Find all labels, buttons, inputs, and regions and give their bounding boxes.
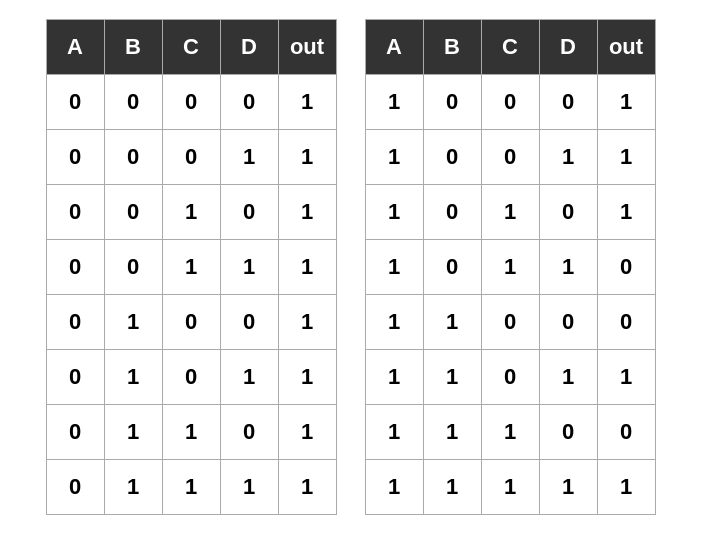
table-cell: 0 (162, 129, 220, 184)
table-cell: 1 (365, 184, 423, 239)
table-cell: 1 (220, 459, 278, 514)
table-cell: 1 (365, 239, 423, 294)
table-cell: 1 (423, 294, 481, 349)
table-cell: 0 (162, 74, 220, 129)
table-cell: 1 (278, 404, 336, 459)
table-cell: 0 (104, 74, 162, 129)
col-header-C1: C (162, 19, 220, 74)
table-cell: 0 (220, 404, 278, 459)
table-cell: 1 (365, 74, 423, 129)
table-cell: 1 (104, 294, 162, 349)
table-cell: 1 (597, 74, 655, 129)
table-cell: 0 (162, 349, 220, 404)
col-header-out2: out (597, 19, 655, 74)
table-cell: 1 (365, 349, 423, 404)
table-row: 11011 (365, 349, 655, 404)
truth-table-2: A B C D out 1000110011101011011011000110… (365, 19, 656, 515)
col-header-B1: B (104, 19, 162, 74)
table-cell: 1 (365, 459, 423, 514)
table-row: 00111 (46, 239, 336, 294)
spacer (337, 19, 365, 515)
table-cell: 1 (220, 239, 278, 294)
table-row: 11000 (365, 294, 655, 349)
table-cell: 1 (104, 459, 162, 514)
col-header-B2: B (423, 19, 481, 74)
col-header-A2: A (365, 19, 423, 74)
table-cell: 1 (597, 129, 655, 184)
table-cell: 0 (46, 349, 104, 404)
table-cell: 1 (481, 404, 539, 459)
table-row: 01111 (46, 459, 336, 514)
table-row: 10110 (365, 239, 655, 294)
table-cell: 1 (278, 74, 336, 129)
tables-container: A B C D out 0000100011001010011101001010… (36, 9, 666, 525)
truth-table-1: A B C D out 0000100011001010011101001010… (46, 19, 337, 515)
table-cell: 1 (220, 129, 278, 184)
table-cell: 0 (539, 404, 597, 459)
table-cell: 0 (46, 459, 104, 514)
table-row: 00011 (46, 129, 336, 184)
table-cell: 0 (597, 294, 655, 349)
col-header-D1: D (220, 19, 278, 74)
table-cell: 1 (278, 239, 336, 294)
table-cell: 0 (481, 349, 539, 404)
table-cell: 0 (220, 294, 278, 349)
header-row-2: A B C D out (365, 19, 655, 74)
table-cell: 0 (220, 184, 278, 239)
table-cell: 0 (481, 129, 539, 184)
table-cell: 1 (481, 459, 539, 514)
table-cell: 0 (423, 184, 481, 239)
table-row: 10001 (365, 74, 655, 129)
table-cell: 0 (539, 294, 597, 349)
table-cell: 0 (423, 74, 481, 129)
table-cell: 0 (46, 129, 104, 184)
table-cell: 0 (481, 294, 539, 349)
table-row: 10101 (365, 184, 655, 239)
table-cell: 1 (423, 404, 481, 459)
table-cell: 1 (597, 459, 655, 514)
table-row: 01101 (46, 404, 336, 459)
table-cell: 0 (46, 294, 104, 349)
table-cell: 1 (220, 349, 278, 404)
col-header-D2: D (539, 19, 597, 74)
table-cell: 1 (162, 404, 220, 459)
table-cell: 1 (597, 184, 655, 239)
col-header-out1: out (278, 19, 336, 74)
table-cell: 1 (278, 184, 336, 239)
table-cell: 1 (481, 184, 539, 239)
table-cell: 0 (423, 129, 481, 184)
table-cell: 0 (423, 239, 481, 294)
table-cell: 0 (46, 184, 104, 239)
table-cell: 0 (46, 239, 104, 294)
table-cell: 0 (104, 129, 162, 184)
table-row: 11111 (365, 459, 655, 514)
table-cell: 1 (481, 239, 539, 294)
table-cell: 1 (597, 349, 655, 404)
table-cell: 0 (597, 404, 655, 459)
col-header-C2: C (481, 19, 539, 74)
table-row: 10011 (365, 129, 655, 184)
table-cell: 1 (423, 349, 481, 404)
table-cell: 1 (365, 294, 423, 349)
table-cell: 1 (423, 459, 481, 514)
table-cell: 0 (104, 239, 162, 294)
table-cell: 1 (539, 129, 597, 184)
table-cell: 1 (162, 459, 220, 514)
table-cell: 1 (278, 294, 336, 349)
table-cell: 0 (46, 404, 104, 459)
table-cell: 0 (539, 184, 597, 239)
table-cell: 1 (539, 459, 597, 514)
table-row: 00101 (46, 184, 336, 239)
table-cell: 0 (220, 74, 278, 129)
table-cell: 1 (162, 184, 220, 239)
table-cell: 1 (278, 129, 336, 184)
col-header-A1: A (46, 19, 104, 74)
table-row: 01011 (46, 349, 336, 404)
table-cell: 0 (481, 74, 539, 129)
table-cell: 1 (104, 349, 162, 404)
table-cell: 0 (46, 74, 104, 129)
table-cell: 0 (597, 239, 655, 294)
table-cell: 1 (539, 239, 597, 294)
table-cell: 0 (162, 294, 220, 349)
table-cell: 1 (539, 349, 597, 404)
